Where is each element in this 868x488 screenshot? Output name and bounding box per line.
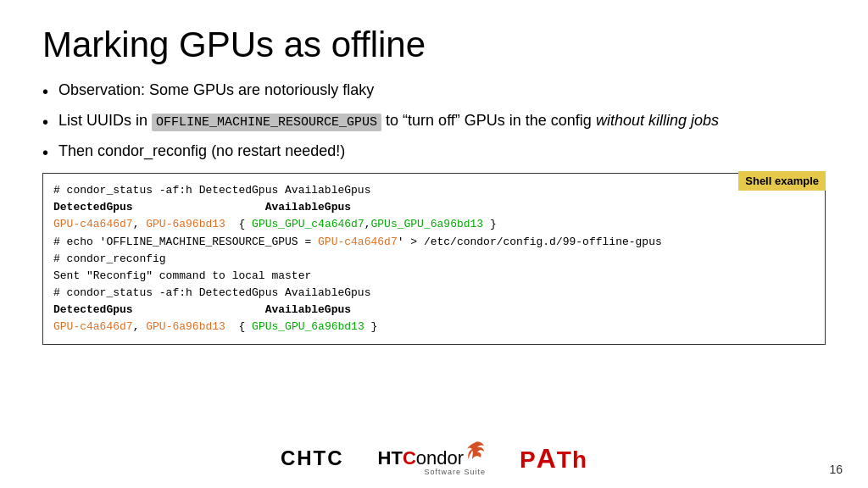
- code-block: # condor_status -af:h DetectedGpus Avail…: [42, 173, 826, 345]
- code-line: DetectedGpus AvailableGpus: [53, 199, 815, 216]
- code-bold: AvailableGpus: [265, 303, 351, 316]
- bullet-text-3: Then condor_reconfig (no restart needed!…: [58, 141, 826, 162]
- software-suite-text: Software Suite: [425, 468, 487, 476]
- code-line: # condor_status -af:h DetectedGpus Avail…: [53, 285, 815, 302]
- shell-label: Shell example: [738, 171, 826, 191]
- code-orange: GPU-6a96bd13: [146, 218, 225, 230]
- bullet-text-2: List UUIDs in OFFLINE_MACHINE_RESOURCE_G…: [58, 110, 826, 131]
- bullet1-text: Observation: Some GPUs are notoriously f…: [58, 81, 374, 98]
- slide: Marking GPUs as offline • Observation: S…: [0, 0, 868, 488]
- bullet-dot: •: [42, 110, 48, 134]
- code-line: # condor_reconfig: [53, 251, 815, 268]
- bullet2-before: List UUIDs in: [58, 112, 152, 129]
- code-orange: GPU-c4a646d7: [53, 218, 133, 230]
- code-orange: GPU-6a96bd13: [146, 320, 225, 333]
- code-line: Sent "Reconfig" command to local master: [53, 268, 815, 285]
- list-item: • Observation: Some GPUs are notoriously…: [42, 80, 826, 103]
- code-bold: DetectedGpus: [53, 201, 133, 214]
- path-logo: PATh: [520, 443, 587, 474]
- condor-bird-icon: [465, 441, 486, 464]
- code-bold: AvailableGpus: [265, 201, 351, 214]
- list-item: • List UUIDs in OFFLINE_MACHINE_RESOURCE…: [42, 110, 826, 134]
- code-bold: DetectedGpus: [53, 303, 133, 316]
- chtc-logo: CHTC: [281, 446, 344, 470]
- bullet-list: • Observation: Some GPUs are notoriously…: [42, 80, 826, 164]
- slide-title: Marking GPUs as offline: [42, 25, 826, 64]
- bullet-text-1: Observation: Some GPUs are notoriously f…: [58, 80, 826, 101]
- code-orange: GPU-c4a646d7: [318, 236, 398, 248]
- ht-text: HT: [378, 447, 403, 469]
- ondor-text: ondor: [416, 447, 464, 469]
- inline-code: OFFLINE_MACHINE_RESOURCE_GPUS: [152, 114, 381, 131]
- bullet-dot: •: [42, 80, 48, 103]
- code-line: # condor_status -af:h DetectedGpus Avail…: [53, 182, 815, 199]
- code-line: DetectedGpus AvailableGpus: [53, 302, 815, 319]
- c-text: C: [403, 447, 416, 469]
- bullet2-after: to “turn off” GPUs in the config: [381, 112, 596, 129]
- bullet2-italic: without killing jobs: [596, 112, 719, 129]
- code-line: GPU-c4a646d7, GPU-6a96bd13 { GPUs_GPU_c4…: [53, 216, 815, 233]
- code-green: GPUs_GPU_6a96bd13: [252, 320, 364, 333]
- code-green: GPUs_GPU_c4a646d7: [252, 218, 364, 230]
- list-item: • Then condor_reconfig (no restart neede…: [42, 141, 826, 164]
- code-orange: GPU-c4a646d7: [53, 320, 133, 333]
- htcondor-logo: HT C ondor Software Suite: [378, 441, 487, 476]
- shell-example-wrapper: Shell example # condor_status -af:h Dete…: [42, 173, 826, 345]
- code-line: # echo 'OFFLINE_MACHINE_RESOURCE_GPUS = …: [53, 234, 815, 251]
- footer: CHTC HT C ondor Software Suite PATh: [0, 441, 868, 476]
- code-line: GPU-c4a646d7, GPU-6a96bd13 { GPUs_GPU_6a…: [53, 319, 815, 336]
- code-green: GPUs_GPU_6a96bd13: [371, 218, 484, 230]
- page-number: 16: [829, 463, 843, 476]
- bullet-dot: •: [42, 141, 48, 164]
